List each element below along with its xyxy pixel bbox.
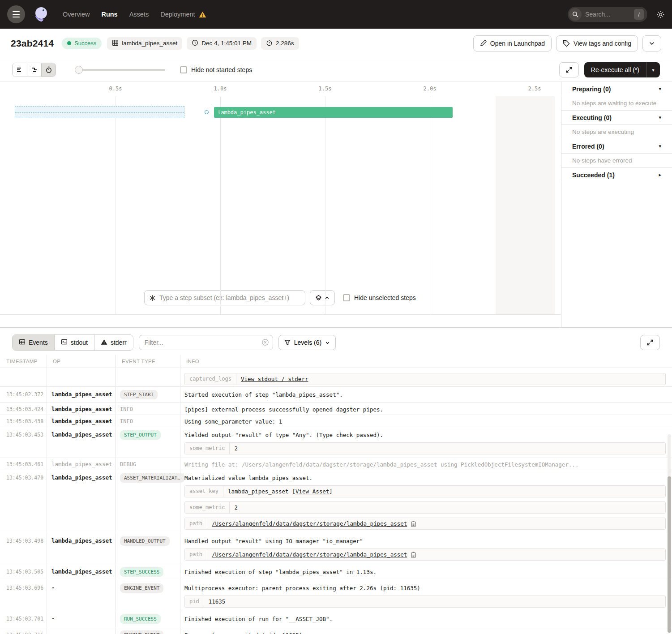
log-op: lambda_pipes_asset xyxy=(47,536,116,544)
nav-links: OverviewRunsAssetsDeployment xyxy=(63,11,206,18)
sidebar-section-preparing[interactable]: Preparing (0)▾ xyxy=(561,82,672,96)
log-event-type: STEP_START xyxy=(116,390,180,399)
event-type-text: INFO xyxy=(120,417,133,424)
gear-icon[interactable] xyxy=(656,10,665,19)
tag-key: captured_logs xyxy=(185,373,236,385)
tag-key: path xyxy=(185,518,207,529)
log-row[interactable]: 13:45:03.701-RUN_SUCCESSFinished executi… xyxy=(0,611,672,627)
log-row[interactable]: 13:45:03.505lambda_pipes_assetSTEP_SUCCE… xyxy=(0,564,672,580)
copy-icon[interactable] xyxy=(411,521,416,527)
log-row[interactable]: 13:45:03.424lambda_pipes_assetINFO[pipes… xyxy=(0,403,672,415)
event-tag: path/Users/alangenfeld/data/dagster/stor… xyxy=(184,548,666,561)
tag-value-link[interactable]: View stdout / stderr xyxy=(241,376,308,382)
log-row[interactable]: captured_logsView stdout / stderr xyxy=(0,368,672,387)
tag-value: /Users/alangenfeld/data/dagster/storage/… xyxy=(207,518,665,529)
log-row[interactable]: 13:45:03.470lambda_pipes_assetASSET_MATE… xyxy=(0,470,672,533)
log-panel: Eventsstdoutstderr Levels (6) TIMESTAMPO… xyxy=(0,327,672,634)
gantt-step-bar[interactable]: lambda_pipes_asset xyxy=(214,107,453,118)
tag-value-link[interactable]: /Users/alangenfeld/data/dagster/storage/… xyxy=(212,520,407,527)
view-tags-config-button[interactable]: View tags and config xyxy=(556,35,638,51)
zoom-slider[interactable] xyxy=(76,69,165,71)
log-op: lambda_pipes_asset xyxy=(47,430,116,438)
gantt-tick-label: 2.0s xyxy=(420,86,440,92)
expand-icon xyxy=(565,66,573,73)
view-asset-link[interactable]: [View Asset] xyxy=(292,488,333,495)
tab-stderr[interactable]: stderr xyxy=(94,335,133,350)
nav-item-deployment[interactable]: Deployment xyxy=(160,11,206,18)
log-op: lambda_pipes_asset xyxy=(47,567,116,575)
log-timestamp: 13:45:03.470 xyxy=(0,473,47,481)
log-timestamp: 13:45:03.453 xyxy=(0,430,47,438)
sidebar-empty-text: No steps are waiting to execute xyxy=(561,96,672,111)
dagster-logo-icon[interactable] xyxy=(31,4,51,24)
log-event-type: STEP_SUCCESS xyxy=(116,567,180,577)
log-row[interactable]: 13:45:03.461lambda_pipes_assetDEBUGWriti… xyxy=(0,458,672,470)
tag-value-link[interactable]: /Users/alangenfeld/data/dagster/storage/… xyxy=(212,551,407,558)
tag-value: 2 xyxy=(230,502,665,513)
log-row[interactable]: 13:45:03.453lambda_pipes_assetSTEP_OUTPU… xyxy=(0,427,672,458)
sidebar-empty-text: No steps are executing xyxy=(561,125,672,139)
reexecute-all-button[interactable]: Re-execute all (*) xyxy=(584,62,646,77)
log-timestamp: 13:45:03.696 xyxy=(0,583,47,591)
hide-unselected-checkbox[interactable]: Hide unselected steps xyxy=(343,294,416,301)
log-row[interactable]: 13:45:03.696-ENGINE_EVENTMultiprocess ex… xyxy=(0,580,672,611)
gantt-gridline xyxy=(325,96,325,314)
step-subset-input[interactable] xyxy=(159,294,300,301)
clear-filter-icon[interactable] xyxy=(261,338,269,346)
log-event-type: INFO xyxy=(116,405,180,413)
event-type-pill: STEP_START xyxy=(120,390,158,399)
sidebar-section-errored[interactable]: Errored (0)▾ xyxy=(561,139,672,154)
hide-not-started-checkbox[interactable]: Hide not started steps xyxy=(180,66,252,73)
event-tag: pid11635 xyxy=(184,595,666,608)
log-info: Materialized value lambda_pipes_asset.as… xyxy=(180,473,672,530)
log-message: Yielded output "result" of type "Any". (… xyxy=(184,430,666,438)
log-scrollbar-thumb[interactable] xyxy=(668,476,671,633)
reexecute-dropdown-caret[interactable]: ▾ xyxy=(646,62,660,77)
event-type-pill: ENGINE_EVENT xyxy=(120,583,163,593)
open-in-launchpad-button[interactable]: Open in Launchpad xyxy=(473,35,552,51)
search-input[interactable] xyxy=(585,11,630,18)
log-message: [pipes] external process successfully op… xyxy=(184,405,666,413)
zoom-slider-knob[interactable] xyxy=(75,66,83,74)
levels-filter-button[interactable]: Levels (6) xyxy=(278,335,336,350)
log-row[interactable]: 13:45:03.716-ENGINE_EVENTProcess for run… xyxy=(0,627,672,634)
nav-item-overview[interactable]: Overview xyxy=(63,11,90,18)
run-tag[interactable]: lambda_pipes_asset xyxy=(107,37,182,50)
chevron-down-icon: ▾ xyxy=(659,115,661,120)
flat-view-icon[interactable] xyxy=(13,63,27,77)
log-op: lambda_pipes_asset xyxy=(47,390,116,398)
log-filter-input[interactable] xyxy=(139,335,273,350)
log-timestamp: 13:45:03.461 xyxy=(0,460,47,467)
checkbox-icon[interactable] xyxy=(343,294,350,301)
log-row[interactable]: 13:45:02.372lambda_pipes_assetSTEP_START… xyxy=(0,387,672,403)
sidebar-section-executing[interactable]: Executing (0)▾ xyxy=(561,111,672,125)
chevron-down-icon xyxy=(649,40,655,47)
global-search[interactable]: / xyxy=(568,7,647,22)
copy-icon[interactable] xyxy=(411,552,416,558)
timed-view-icon[interactable] xyxy=(41,63,56,77)
gantt-fullscreen-button[interactable] xyxy=(559,62,579,77)
tag-value: lambda_pipes_asset[View Asset] xyxy=(223,486,665,497)
nav-item-runs[interactable]: Runs xyxy=(101,11,117,18)
step-layers-button[interactable] xyxy=(310,290,335,305)
tab-events[interactable]: Events xyxy=(13,335,54,350)
log-message: Started execution of step "lambda_pipes_… xyxy=(184,390,666,398)
checkbox-icon[interactable] xyxy=(180,66,187,73)
menu-icon[interactable] xyxy=(7,5,25,23)
nav-item-assets[interactable]: Assets xyxy=(129,11,149,18)
run-tag[interactable]: Dec 4, 1:45:01 PM xyxy=(187,37,257,50)
tag-value: /Users/alangenfeld/data/dagster/storage/… xyxy=(207,549,665,560)
header-more-actions-button[interactable] xyxy=(642,35,661,51)
waterfall-view-icon[interactable] xyxy=(27,63,41,77)
log-event-type: ASSET_MATERIALIZAT… xyxy=(116,473,180,483)
tab-stdout[interactable]: stdout xyxy=(54,335,94,350)
run-tag[interactable]: 2.286s xyxy=(261,37,299,50)
log-fullscreen-button[interactable] xyxy=(640,335,660,350)
sidebar-section-succeeded[interactable]: Succeeded (1)▸ xyxy=(561,168,672,182)
log-message: Multiprocess executor: parent process ex… xyxy=(184,583,666,591)
step-subset-field[interactable] xyxy=(144,290,305,305)
chevron-down-icon: ▾ xyxy=(659,143,661,149)
log-message: Materialized value lambda_pipes_asset. xyxy=(184,473,666,481)
log-row[interactable]: 13:45:03.498lambda_pipes_assetHANDLED_OU… xyxy=(0,533,672,564)
log-row[interactable]: 13:45:03.438lambda_pipes_assetINFOUsing … xyxy=(0,415,672,427)
